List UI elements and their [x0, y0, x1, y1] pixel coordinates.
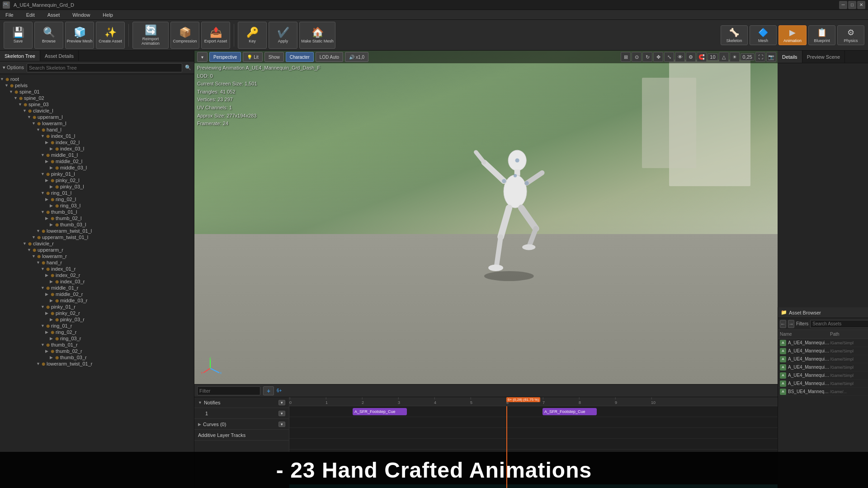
export-asset-button[interactable]: 📤 Export Asset — [201, 22, 230, 49]
tree-node-lowerarm_l[interactable]: ▼⊕lowerarm_l — [0, 120, 194, 127]
playhead[interactable] — [506, 406, 507, 488]
menu-window[interactable]: Window — [70, 11, 93, 19]
tree-node-hand_l[interactable]: ▼⊕hand_l — [0, 127, 194, 133]
tree-node-spine_01[interactable]: ▼⊕spine_01 — [0, 89, 194, 95]
apply-button[interactable]: ✔️ Apply — [269, 22, 297, 49]
tree-node-upperarm_twist_01_l[interactable]: ▼⊕upperarm_twist_01_l — [0, 234, 194, 240]
settings-button[interactable]: ⚙ — [686, 52, 696, 62]
tree-node-middle_02_r[interactable]: ▶⊕middle_02_r — [0, 291, 194, 297]
notifies-count-dropdown[interactable]: ▾ — [278, 411, 285, 416]
asset-forward-button[interactable]: → — [788, 320, 794, 328]
perspective-button[interactable]: Perspective — [209, 52, 241, 62]
tab-preview-scene[interactable]: Preview Scene — [802, 51, 845, 63]
tree-node-spine_03[interactable]: ▼⊕spine_03 — [0, 101, 194, 108]
asset-filters-label[interactable]: Filters — [796, 321, 808, 326]
skeleton-tree[interactable]: ▼⊕root▼⊕pelvis▼⊕spine_01▼⊕spine_02▼⊕spin… — [0, 74, 194, 488]
tree-node-thumb_02_l[interactable]: ▶⊕thumb_02_l — [0, 215, 194, 221]
skeleton-search-input[interactable] — [27, 63, 182, 72]
viewport-dropdown-button[interactable]: ▾ — [197, 52, 208, 62]
character-button[interactable]: Character — [286, 52, 314, 62]
tree-node-pelvis[interactable]: ▼⊕pelvis — [0, 82, 194, 89]
tree-node-index_01_l[interactable]: ▼⊕index_01_l — [0, 133, 194, 139]
minimize-button[interactable]: ─ — [839, 1, 847, 9]
tree-node-pinky_03_l[interactable]: ▶⊕pinky_03_l — [0, 183, 194, 190]
snap-button[interactable]: 🧲 — [697, 52, 707, 62]
tree-node-index_02_l[interactable]: ▶⊕index_02_l — [0, 139, 194, 145]
preview-mesh-button[interactable]: 🧊 Preview Mesh — [65, 22, 94, 49]
notifies-dropdown[interactable]: ▾ — [278, 400, 285, 405]
make-static-mesh-button[interactable]: 🏠 Make Static Mesh — [299, 22, 335, 49]
animation-mode-button[interactable]: ▶ Animation — [778, 25, 807, 45]
tree-node-thumb_01_l[interactable]: ▼⊕thumb_01_l — [0, 209, 194, 215]
tree-node-index_03_l[interactable]: ▶⊕index_03_l — [0, 145, 194, 152]
asset-item-0[interactable]: AA_UE4_Mannequin_Air_E/Game/Simpl — [778, 339, 868, 347]
browse-button[interactable]: 🔍 Browse — [34, 22, 63, 49]
tree-node-pinky_02_r[interactable]: ▶⊕pinky_02_r — [0, 310, 194, 316]
asset-back-button[interactable]: ← — [780, 320, 786, 328]
tree-node-middle_01_l[interactable]: ▼⊕middle_01_l — [0, 152, 194, 158]
options-button[interactable]: ▾ Options — [3, 65, 24, 70]
asset-search-input[interactable] — [810, 320, 868, 328]
tree-node-middle_02_l[interactable]: ▶⊕middle_02_l — [0, 158, 194, 164]
tree-node-ring_02_l[interactable]: ▶⊕ring_02_l — [0, 196, 194, 202]
tree-node-index_01_r[interactable]: ▼⊕index_01_r — [0, 266, 194, 272]
tab-skeleton-tree[interactable]: Skeleton Tree — [0, 51, 40, 61]
timeline-event-footstep2[interactable]: A_SFR_Footstep_Cue — [542, 408, 597, 415]
curves-track-header[interactable]: ▶ Curves (0) ▾ — [194, 419, 289, 430]
tree-node-pinky_01_r[interactable]: ▼⊕pinky_01_r — [0, 304, 194, 310]
tree-node-middle_03_r[interactable]: ▶⊕middle_03_r — [0, 297, 194, 304]
tree-node-lowerarm_twist_01_r[interactable]: ▼⊕lowerarm_twist_01_r — [0, 361, 194, 367]
reimport-button[interactable]: 🔄 Reimport Animation — [132, 22, 169, 49]
asset-item-2[interactable]: AA_UE4_Mannequin_Air_C/Game/Simpl — [778, 355, 868, 363]
menu-asset[interactable]: Asset — [45, 11, 63, 19]
lit-button[interactable]: 💡 Lit — [243, 52, 263, 62]
tree-node-clavicle_r[interactable]: ▼⊕clavicle_r — [0, 240, 194, 247]
tree-node-ring_03_r[interactable]: ▶⊕ring_03_r — [0, 335, 194, 342]
asset-item-5[interactable]: AA_UE4_Mannequin_Air_S/Game/Simpl — [778, 380, 868, 388]
camera-button[interactable]: ⊞ — [621, 52, 631, 62]
lod-auto-button[interactable]: LOD Auto — [316, 52, 343, 62]
asset-item-6[interactable]: ABS_UE4_Mannequin_Fall/Game/... — [778, 388, 868, 396]
angle-button[interactable]: △ — [719, 52, 729, 62]
tree-node-ring_03_l[interactable]: ▶⊕ring_03_l — [0, 202, 194, 209]
tree-node-pinky_02_l[interactable]: ▶⊕pinky_02_l — [0, 177, 194, 183]
save-button[interactable]: 💾 Save — [4, 22, 33, 49]
light-button[interactable]: ☀ — [730, 52, 740, 62]
tree-node-thumb_03_r[interactable]: ▶⊕thumb_03_r — [0, 354, 194, 361]
close-button[interactable]: ✕ — [857, 1, 865, 9]
tree-node-middle_03_l[interactable]: ▶⊕middle_03_l — [0, 164, 194, 171]
compression-button[interactable]: 📦 Compression — [170, 22, 199, 49]
tree-node-lowerarm_twist_01_l[interactable]: ▼⊕lowerarm_twist_01_l — [0, 228, 194, 234]
menu-help[interactable]: Help — [100, 11, 116, 19]
move-button[interactable]: ✥ — [653, 52, 663, 62]
tree-node-index_03_r[interactable]: ▶⊕index_03_r — [0, 278, 194, 285]
grid-button[interactable]: ⊙ — [632, 52, 642, 62]
camera2-button[interactable]: 📷 — [766, 52, 776, 62]
tree-node-pinky_01_l[interactable]: ▼⊕pinky_01_l — [0, 171, 194, 177]
tree-node-middle_01_r[interactable]: ▼⊕middle_01_r — [0, 285, 194, 291]
tree-node-ring_01_l[interactable]: ▼⊕ring_01_l — [0, 190, 194, 196]
notifies-track-header[interactable]: ▼ Notifies ▾ — [194, 397, 289, 408]
tab-details[interactable]: Details — [778, 51, 802, 63]
physics-mode-button[interactable]: ⚙ Physics — [837, 25, 864, 45]
tree-node-thumb_03_l[interactable]: ▶⊕thumb_03_l — [0, 221, 194, 228]
timeline-add-button[interactable]: + — [263, 386, 274, 395]
asset-item-4[interactable]: AA_UE4_Mannequin_Air_C/Game/Simpl — [778, 371, 868, 380]
asset-item-3[interactable]: AA_UE4_Mannequin_Air_C/Game/Simpl — [778, 363, 868, 371]
tab-asset-details[interactable]: Asset Details — [40, 51, 79, 61]
tree-node-ring_01_r[interactable]: ▼⊕ring_01_r — [0, 323, 194, 329]
x10-button[interactable]: 🔊 x1,0 — [345, 52, 368, 62]
menu-edit[interactable]: Edit — [24, 11, 38, 19]
viewport[interactable]: ▾ Perspective 💡 Lit Show Character LOD A… — [194, 51, 778, 384]
rotate-button[interactable]: ↻ — [642, 52, 652, 62]
menu-file[interactable]: File — [3, 11, 16, 19]
tree-node-spine_02[interactable]: ▼⊕spine_02 — [0, 95, 194, 101]
show-button[interactable]: Show — [264, 52, 284, 62]
view-button[interactable]: 👁 — [675, 52, 685, 62]
blueprint-mode-button[interactable]: 📋 Blueprint — [808, 25, 835, 45]
tree-node-thumb_01_r[interactable]: ▼⊕thumb_01_r — [0, 342, 194, 348]
key-button[interactable]: 🔑 Key — [238, 22, 267, 49]
tree-node-upperarm_r[interactable]: ▼⊕upperarm_r — [0, 247, 194, 253]
tree-node-clavicle_l[interactable]: ▼⊕clavicle_l — [0, 108, 194, 114]
asset-item-1[interactable]: AA_UE4_Mannequin_Air_F/Game/Simpl — [778, 347, 868, 355]
